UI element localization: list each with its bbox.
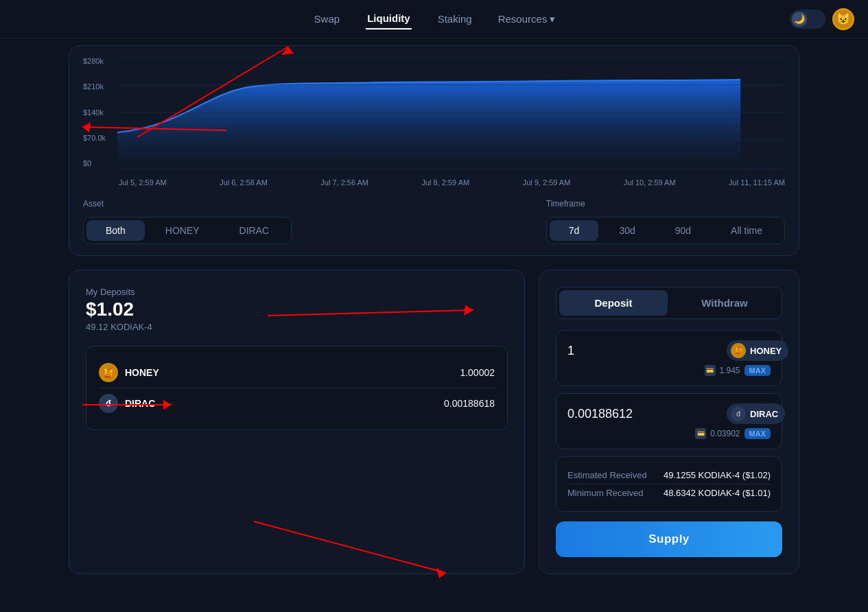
y-label-0: $0 xyxy=(83,159,106,167)
chart-card: $280k $210k $140k $70.0k $0 xyxy=(69,45,799,256)
dirac-max-btn[interactable]: MAX xyxy=(744,428,771,439)
theme-toggle[interactable]: 🌙 xyxy=(790,10,825,29)
minimum-received-label: Minimum Received xyxy=(567,488,644,498)
nav-swap[interactable]: Swap xyxy=(313,9,342,29)
dirac-input-top: đ DIRAC xyxy=(567,403,771,424)
dirac-wallet-icon: 💳 xyxy=(695,428,706,439)
timeframe-filter-group: Timeframe 7d 30d 90d All time xyxy=(546,199,785,244)
action-tabs: Deposit Withdraw xyxy=(556,287,782,319)
bottom-row: My Deposits $1.02 49.12 KODIAK-4 🍯 HONEY… xyxy=(69,270,799,574)
chart-svg xyxy=(83,57,785,170)
x-label-1: Jul 6, 2:58 AM xyxy=(220,178,268,187)
chart-y-labels: $280k $210k $140k $70.0k $0 xyxy=(83,57,106,170)
timeframe-7d-btn[interactable]: 7d xyxy=(550,220,599,241)
deposit-tab[interactable]: Deposit xyxy=(559,290,668,316)
token-row: 🍯 HONEY 1.00002 đ DIRAC 0.00188618 xyxy=(86,346,508,430)
deposits-title: My Deposits xyxy=(86,287,508,297)
dirac-token-badge: đ DIRAC xyxy=(727,403,785,424)
asset-filter-label: Asset xyxy=(83,199,292,209)
dirac-token-item: đ DIRAC 0.00188618 xyxy=(99,388,495,419)
supply-button[interactable]: Supply xyxy=(556,521,782,557)
timeframe-filter-buttons: 7d 30d 90d All time xyxy=(546,217,785,244)
nav-links: Swap Liquidity Staking Resources ▾ xyxy=(313,8,556,30)
honey-token-item: 🍯 HONEY 1.00002 xyxy=(99,357,495,388)
nav-resources-label: Resources xyxy=(498,13,548,25)
nav-liquidity[interactable]: Liquidity xyxy=(366,8,412,30)
x-label-3: Jul 8, 2:59 AM xyxy=(421,178,469,187)
deposits-amount: $1.02 xyxy=(86,298,508,320)
dirac-token-name: DIRAC xyxy=(125,398,444,409)
wallet-icon: 💳 xyxy=(705,365,716,376)
chart-area: $280k $210k $140k $70.0k $0 xyxy=(83,57,785,170)
x-label-0: Jul 5, 2:59 AM xyxy=(119,178,167,187)
dirac-badge-label: DIRAC xyxy=(750,409,778,419)
x-label-6: Jul 11, 11:15 AM xyxy=(729,178,785,187)
asset-filter-group: Asset Both HONEY DIRAC xyxy=(83,199,292,244)
dirac-token-amount: 0.00188618 xyxy=(444,398,495,409)
honey-icon: 🍯 xyxy=(99,363,118,382)
honey-input-group: 🍯 HONEY 💳 1.945 MAX xyxy=(556,330,782,386)
honey-amount-input[interactable] xyxy=(567,344,727,358)
dirac-balance: 0.03902 xyxy=(710,429,740,438)
honey-token-amount: 1.00002 xyxy=(460,367,495,378)
honey-badge-label: HONEY xyxy=(750,346,782,356)
honey-balance: 1.945 xyxy=(720,366,740,375)
estimated-received-label: Estimated Received xyxy=(567,470,647,480)
honey-token-badge: 🍯 HONEY xyxy=(727,340,788,361)
action-card: Deposit Withdraw 🍯 HONEY 💳 1.945 MAX xyxy=(539,270,799,574)
x-label-4: Jul 9, 2:59 AM xyxy=(523,178,571,187)
y-label-70k: $70.0k xyxy=(83,134,106,142)
estimated-received-value: 49.1255 KODIAK-4 ($1.02) xyxy=(664,470,771,480)
x-label-2: Jul 7, 2:56 AM xyxy=(320,178,368,187)
y-label-280k: $280k xyxy=(83,57,106,65)
main-content: $280k $210k $140k $70.0k $0 xyxy=(0,38,868,574)
x-label-5: Jul 10, 2:59 AM xyxy=(624,178,676,187)
chevron-down-icon: ▾ xyxy=(550,13,555,25)
top-navigation: Swap Liquidity Staking Resources ▾ 🌙 😺 xyxy=(0,0,868,38)
dirac-badge-icon: đ xyxy=(731,406,746,421)
timeframe-90d-btn[interactable]: 90d xyxy=(656,220,710,241)
asset-filter-buttons: Both HONEY DIRAC xyxy=(83,217,292,244)
deposits-card: My Deposits $1.02 49.12 KODIAK-4 🍯 HONEY… xyxy=(69,270,525,574)
withdraw-tab[interactable]: Withdraw xyxy=(670,290,779,316)
timeframe-alltime-btn[interactable]: All time xyxy=(712,220,782,241)
nav-right: 🌙 😺 xyxy=(790,8,854,30)
info-box: Estimated Received 49.1255 KODIAK-4 ($1.… xyxy=(556,456,782,512)
chart-x-labels: Jul 5, 2:59 AM Jul 6, 2:58 AM Jul 7, 2:5… xyxy=(83,178,785,187)
dirac-input-bottom: 💳 0.03902 MAX xyxy=(567,428,771,439)
toggle-moon-icon: 🌙 xyxy=(792,12,807,27)
dirac-input-group: đ DIRAC 💳 0.03902 MAX xyxy=(556,393,782,449)
avatar[interactable]: 😺 xyxy=(832,8,854,30)
y-label-210k: $210k xyxy=(83,82,106,91)
nav-resources[interactable]: Resources ▾ xyxy=(498,13,556,25)
nav-staking[interactable]: Staking xyxy=(436,9,473,29)
honey-badge-icon: 🍯 xyxy=(731,343,746,358)
dirac-icon: đ xyxy=(99,394,118,413)
honey-input-bottom: 💳 1.945 MAX xyxy=(567,365,771,376)
honey-token-name: HONEY xyxy=(125,367,460,378)
honey-max-btn[interactable]: MAX xyxy=(744,365,771,376)
deposits-sub: 49.12 KODIAK-4 xyxy=(86,322,508,332)
timeframe-filter-label: Timeframe xyxy=(546,199,785,209)
y-label-140k: $140k xyxy=(83,108,106,117)
asset-honey-btn[interactable]: HONEY xyxy=(146,220,219,241)
dirac-amount-input[interactable] xyxy=(567,407,727,421)
minimum-received-value: 48.6342 KODIAK-4 ($1.01) xyxy=(664,488,771,498)
honey-input-top: 🍯 HONEY xyxy=(567,340,771,361)
asset-dirac-btn[interactable]: DIRAC xyxy=(220,220,289,241)
asset-both-btn[interactable]: Both xyxy=(86,220,145,241)
controls-row: Asset Both HONEY DIRAC Timeframe 7d 30d … xyxy=(83,199,785,244)
timeframe-30d-btn[interactable]: 30d xyxy=(600,220,654,241)
minimum-received-row: Minimum Received 48.6342 KODIAK-4 ($1.01… xyxy=(567,484,771,502)
estimated-received-row: Estimated Received 49.1255 KODIAK-4 ($1.… xyxy=(567,467,771,484)
